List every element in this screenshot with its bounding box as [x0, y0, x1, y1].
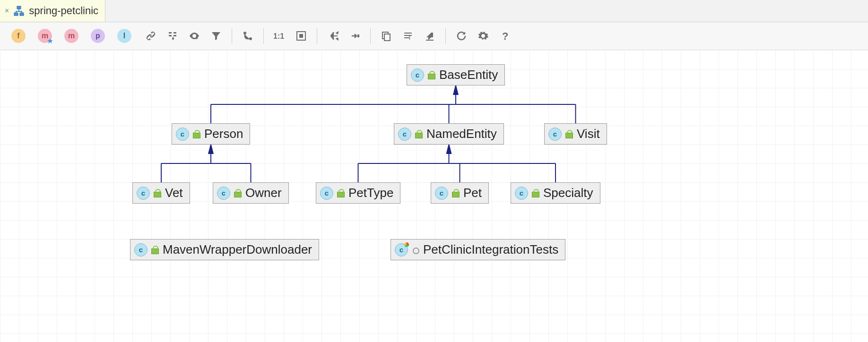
copy-icon[interactable]: [376, 26, 396, 46]
visibility-marker-icon: [452, 189, 460, 197]
gear-icon[interactable]: [473, 26, 493, 46]
diagram-icon: [14, 6, 24, 16]
actual-size-icon[interactable]: 1:1: [269, 26, 289, 46]
class-label: Owner: [245, 186, 282, 200]
tab-spring-petclinic[interactable]: × spring-petclinic: [0, 0, 105, 22]
class-icon: c: [515, 187, 528, 200]
class-icon: c: [134, 243, 148, 256]
visibility-marker-icon: [151, 246, 159, 254]
class-icon: c: [411, 68, 424, 82]
class-node-baseentity[interactable]: cBaseEntity: [407, 64, 505, 86]
class-label: Vet: [165, 186, 183, 200]
close-icon[interactable]: ×: [5, 7, 9, 15]
separator: [263, 28, 264, 44]
visibility-marker-icon: [337, 189, 345, 197]
visibility-marker-icon: [532, 189, 539, 197]
scope-badge-m[interactable]: m: [61, 26, 81, 46]
class-node-visit[interactable]: cVisit: [544, 123, 607, 145]
separator: [445, 28, 446, 44]
class-label: PetType: [348, 186, 393, 200]
export-icon[interactable]: [420, 26, 440, 46]
class-node-pettype[interactable]: cPetType: [316, 182, 400, 204]
svg-rect-1: [14, 13, 18, 16]
class-node-maven[interactable]: cMavenWrapperDownloader: [130, 239, 319, 260]
class-icon: c: [137, 187, 150, 200]
class-label: Pet: [463, 186, 482, 200]
class-label: MavenWrapperDownloader: [163, 242, 312, 257]
class-icon: c: [398, 128, 411, 141]
svg-rect-8: [357, 34, 359, 37]
tab-label: spring-petclinic: [29, 5, 98, 17]
class-label: Visit: [577, 127, 600, 141]
scope-badge-f[interactable]: f: [9, 26, 28, 46]
split-icon[interactable]: [323, 26, 343, 46]
tab-bar: × spring-petclinic: [0, 0, 868, 22]
test-class-icon: c: [395, 243, 408, 256]
class-icon: c: [176, 128, 189, 141]
svg-text:?: ?: [502, 30, 508, 42]
visibility-marker-icon: [412, 246, 419, 254]
help-icon[interactable]: ?: [495, 26, 515, 46]
class-icon: c: [435, 187, 448, 200]
diagram-canvas[interactable]: cBaseEntitycPersoncNamedEntitycVisitcVet…: [0, 50, 868, 342]
class-node-vet[interactable]: cVet: [132, 182, 190, 204]
separator: [370, 28, 371, 44]
visibility-marker-icon: [234, 189, 242, 197]
class-icon: c: [217, 187, 230, 200]
svg-rect-7: [299, 34, 303, 38]
class-icon: c: [548, 128, 562, 141]
class-label: NamedEntity: [426, 127, 497, 141]
text-width-icon[interactable]: I: [398, 26, 418, 46]
svg-rect-10: [384, 34, 390, 41]
class-label: PetClinicIntegrationTests: [423, 242, 558, 257]
svg-point-4: [249, 37, 252, 40]
svg-rect-2: [20, 13, 24, 16]
link-icon[interactable]: [141, 26, 161, 46]
class-node-specialty[interactable]: cSpecialty: [511, 182, 600, 204]
class-label: Person: [204, 127, 243, 141]
fit-content-icon[interactable]: [291, 26, 311, 46]
class-node-petclinic[interactable]: cPetClinicIntegrationTests: [391, 239, 565, 260]
class-node-pet[interactable]: cPet: [431, 182, 489, 204]
separator: [232, 28, 232, 44]
class-icon: c: [320, 187, 333, 200]
class-label: Specialty: [543, 186, 593, 200]
visibility-marker-icon: [428, 71, 435, 79]
class-node-person[interactable]: cPerson: [172, 123, 250, 145]
svg-text:1:1: 1:1: [273, 32, 284, 40]
collapse-icon[interactable]: [345, 26, 365, 46]
scope-badge-I[interactable]: I: [114, 26, 134, 46]
visibility-marker-icon: [193, 130, 200, 138]
visibility-marker-icon: [415, 130, 423, 138]
svg-text:I: I: [409, 35, 410, 41]
toolbar: fmmpI 1:1 I ?: [0, 22, 868, 50]
visibility-marker-icon: [565, 130, 573, 138]
refresh-icon[interactable]: [451, 26, 471, 46]
scope-badge-m[interactable]: m: [35, 26, 55, 46]
layout-icon[interactable]: [163, 26, 182, 46]
filter-icon[interactable]: [206, 26, 226, 46]
class-node-namedentity[interactable]: cNamedEntity: [394, 123, 504, 145]
svg-rect-0: [17, 6, 21, 9]
route-icon[interactable]: [238, 26, 258, 46]
visibility-icon[interactable]: [184, 26, 204, 46]
class-node-owner[interactable]: cOwner: [213, 182, 289, 204]
separator: [317, 28, 317, 44]
scope-badge-p[interactable]: p: [88, 26, 108, 46]
class-label: BaseEntity: [439, 68, 498, 82]
svg-point-3: [243, 32, 246, 34]
visibility-marker-icon: [154, 189, 161, 197]
